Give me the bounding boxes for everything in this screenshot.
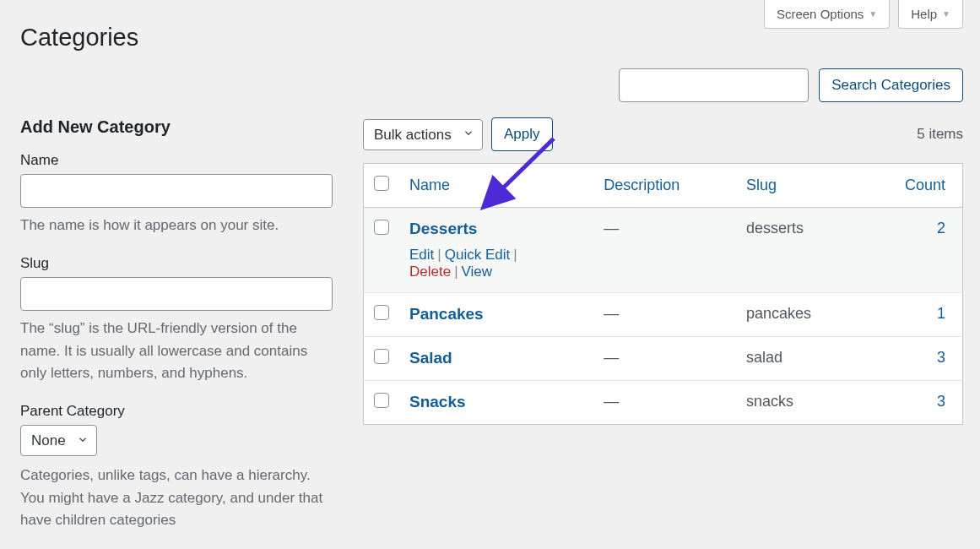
table-row: Salad—salad3 bbox=[364, 337, 963, 381]
row-slug: salad bbox=[736, 337, 862, 381]
bulk-actions-select[interactable]: Bulk actions bbox=[363, 119, 483, 150]
row-count[interactable]: 1 bbox=[937, 305, 945, 322]
chevron-down-icon: ▼ bbox=[869, 9, 877, 19]
categories-table: Name Description Slug Count DessertsEdit… bbox=[363, 163, 963, 425]
parent-help: Categories, unlike tags, can have a hier… bbox=[20, 465, 333, 531]
col-count[interactable]: Count bbox=[862, 164, 962, 208]
delete-link[interactable]: Delete bbox=[409, 264, 451, 280]
help-tab[interactable]: Help ▼ bbox=[898, 0, 963, 29]
table-row: Snacks—snacks3 bbox=[364, 381, 963, 425]
row-checkbox[interactable] bbox=[374, 305, 389, 320]
select-all-checkbox[interactable] bbox=[374, 176, 389, 191]
search-row: Search Categories bbox=[0, 68, 980, 117]
screen-options-tab[interactable]: Screen Options ▼ bbox=[764, 0, 890, 29]
search-input[interactable] bbox=[619, 68, 809, 102]
name-label: Name bbox=[20, 152, 333, 169]
col-description[interactable]: Description bbox=[593, 164, 736, 208]
row-description: — bbox=[593, 208, 736, 293]
search-button[interactable]: Search Categories bbox=[819, 68, 963, 102]
slug-label: Slug bbox=[20, 255, 333, 272]
row-title[interactable]: Salad bbox=[409, 349, 452, 367]
table-row: DessertsEdit|Quick Edit|Delete|View—dess… bbox=[364, 208, 963, 293]
add-category-form: Add New Category Name The name is how it… bbox=[20, 117, 333, 531]
name-input[interactable] bbox=[20, 174, 333, 208]
row-title[interactable]: Desserts bbox=[409, 220, 477, 237]
help-label: Help bbox=[911, 7, 937, 21]
tablenav: Bulk actions Apply 5 items bbox=[363, 117, 963, 151]
col-name[interactable]: Name bbox=[399, 164, 593, 208]
view-link[interactable]: View bbox=[462, 264, 493, 280]
row-slug: snacks bbox=[736, 381, 862, 425]
parent-select[interactable]: None bbox=[20, 425, 97, 456]
top-tabs: Screen Options ▼ Help ▼ bbox=[764, 0, 963, 29]
row-title[interactable]: Pancakes bbox=[409, 305, 484, 323]
row-count[interactable]: 3 bbox=[937, 349, 945, 366]
row-checkbox[interactable] bbox=[374, 220, 389, 235]
row-description: — bbox=[593, 293, 736, 337]
edit-link[interactable]: Edit bbox=[409, 247, 434, 263]
row-description: — bbox=[593, 381, 736, 425]
row-slug: desserts bbox=[736, 208, 862, 293]
table-row: Pancakes—pancakes1 bbox=[364, 293, 963, 337]
row-count[interactable]: 2 bbox=[937, 220, 945, 236]
parent-label: Parent Category bbox=[20, 403, 333, 420]
row-slug: pancakes bbox=[736, 293, 862, 337]
screen-options-label: Screen Options bbox=[777, 7, 864, 21]
row-description: — bbox=[593, 337, 736, 381]
quick-edit-link[interactable]: Quick Edit bbox=[445, 247, 510, 263]
slug-help: The “slug” is the URL-friendly version o… bbox=[20, 318, 333, 384]
col-slug[interactable]: Slug bbox=[736, 164, 862, 208]
apply-button[interactable]: Apply bbox=[491, 117, 553, 151]
row-checkbox[interactable] bbox=[374, 349, 389, 364]
slug-input[interactable] bbox=[20, 277, 333, 311]
items-count: 5 items bbox=[917, 126, 963, 143]
row-checkbox[interactable] bbox=[374, 393, 389, 408]
name-help: The name is how it appears on your site. bbox=[20, 215, 333, 236]
row-title[interactable]: Snacks bbox=[409, 393, 466, 410]
row-actions: Edit|Quick Edit|Delete|View bbox=[409, 247, 583, 280]
row-count[interactable]: 3 bbox=[937, 393, 945, 410]
form-title: Add New Category bbox=[20, 117, 333, 137]
chevron-down-icon: ▼ bbox=[942, 9, 950, 19]
